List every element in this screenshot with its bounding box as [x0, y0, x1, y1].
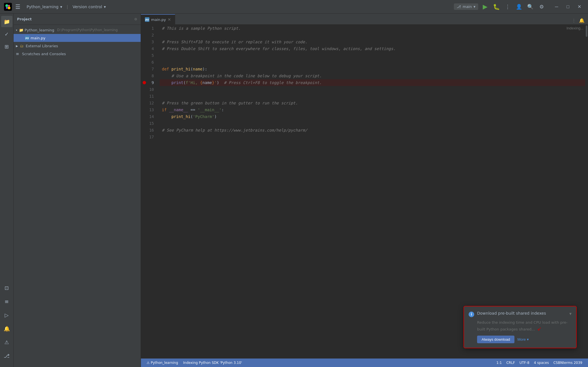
activity-commit[interactable]: ✓	[1, 28, 12, 40]
warning-icon: ⚠	[4, 339, 9, 345]
scratches-label: Scratches and Consoles	[22, 52, 66, 56]
minimize-button[interactable]: ─	[551, 1, 562, 12]
branch-selector[interactable]: ⎇ main ▾	[454, 3, 478, 10]
ln-17: 17	[141, 134, 157, 140]
sidebar-settings-icon[interactable]: ⚙	[134, 17, 137, 21]
activity-bar: 📁 ✓ ⊞ ⊡ ≡ ▷ 🔔 ⚠ ⎇	[0, 14, 14, 367]
status-spaces: 4 spaces	[534, 361, 549, 365]
main-layout: 📁 ✓ ⊞ ⊡ ≡ ▷ 🔔 ⚠ ⎇	[0, 14, 588, 367]
always-download-button[interactable]: Always download	[477, 336, 514, 343]
sidebar-title: Project	[17, 17, 134, 21]
tree-external-libs[interactable]: ▶ 🗂 External Libraries	[14, 42, 141, 50]
svg-rect-0	[4, 3, 12, 11]
run-button[interactable]: ▶	[480, 2, 490, 11]
root-folder-icon: 📁	[19, 28, 23, 32]
ln-7: 7	[141, 66, 157, 72]
sidebar-header: Project ⚙	[14, 14, 141, 25]
account-button[interactable]: 👤	[514, 2, 523, 11]
tab-bar: py main.py ✕ ⋮ 🔔	[141, 14, 588, 25]
branch-chevron: ▾	[473, 5, 475, 9]
scratches-icon: ≡	[16, 51, 19, 56]
code-line-9: print(f'Hi, {name}') # Press Ctrl+F8 to …	[160, 79, 585, 86]
ln-2: 2	[141, 32, 157, 38]
activity-project[interactable]: 📁	[1, 16, 12, 27]
more-chevron: ▾	[527, 337, 529, 342]
more-button[interactable]: More ▾	[517, 337, 529, 342]
more-actions-button[interactable]: ⋮	[503, 2, 512, 11]
project-chevron: ▾	[60, 5, 62, 9]
maximize-button[interactable]: □	[563, 1, 573, 12]
tab-label: main.py	[151, 18, 166, 22]
tab-close-button[interactable]: ✕	[168, 17, 171, 22]
status-indent[interactable]: 4 spaces	[532, 359, 551, 367]
tab-main-py[interactable]: py main.py ✕	[141, 14, 175, 24]
gutter	[157, 25, 160, 359]
debug-button[interactable]: 🐛	[492, 2, 501, 11]
status-branch-value: CSBNterms 2039	[553, 361, 582, 365]
bell-icon: 🔔	[4, 326, 10, 332]
activity-plugins[interactable]: ⊞	[1, 41, 12, 52]
code-line-2	[160, 32, 585, 38]
code-line-6	[160, 59, 585, 66]
activity-git[interactable]: ⎇	[1, 350, 12, 361]
activity-terminal[interactable]: ⊡	[1, 282, 12, 293]
status-right: 1:1 CRLF UTF-8 4 spaces CSBNterms 2039	[494, 359, 585, 367]
tree-root-folder[interactable]: ▾ 📁 Python_learning D:\Program\Python\Py…	[14, 26, 141, 34]
search-button[interactable]: 🔍	[526, 2, 535, 11]
project-name-label: Python_learning	[27, 5, 59, 9]
ln-14: 14	[141, 113, 157, 120]
hamburger-menu[interactable]: ☰	[15, 3, 20, 10]
notif-body: Reduce the indexing time and CPU load wi…	[477, 320, 572, 332]
vcs-menu[interactable]: Version control ▾	[70, 3, 108, 10]
scrollbar-thumb[interactable]	[586, 25, 587, 37]
status-position-value: 1:1	[496, 361, 502, 365]
status-encoding[interactable]: UTF-8	[517, 359, 532, 367]
code-line-17	[160, 134, 585, 140]
tab-bar-notifications-icon[interactable]: 🔔	[578, 16, 586, 24]
run-icon: ▷	[5, 312, 9, 318]
notif-header: i Download pre-built shared indexes ▾	[469, 311, 572, 317]
status-line-sep[interactable]: CRLF	[504, 359, 517, 367]
separator: |	[67, 5, 68, 9]
more-label: More	[517, 337, 526, 342]
ln-16: 16	[141, 127, 157, 134]
ext-libs-chevron: ▶	[16, 44, 18, 48]
svg-point-3	[8, 5, 10, 7]
titlebar: ☰ Python_learning ▾ | Version control ▾ …	[0, 0, 588, 14]
window-controls: ─ □ ✕	[551, 1, 585, 12]
status-project[interactable]: ⚠ Python_learning	[144, 359, 180, 367]
status-indexing: Indexing Python SDK 'Python 3.10'	[181, 359, 244, 367]
code-line-11	[160, 93, 585, 100]
activity-notifications[interactable]: 🔔	[1, 323, 12, 334]
activity-run[interactable]: ▷	[1, 309, 12, 321]
notif-arrow-icon: ↙	[537, 325, 542, 332]
settings-button[interactable]: ⚙	[537, 2, 546, 11]
notif-info-icon: i	[469, 312, 474, 317]
status-crlf: CRLF	[506, 361, 515, 365]
code-line-12: # Press the green button in the gutter t…	[160, 100, 585, 106]
ln-13: 13	[141, 106, 157, 113]
puzzle-icon: ⊞	[5, 44, 9, 50]
folder-icon: 📁	[4, 19, 10, 25]
code-line-5	[160, 52, 585, 59]
svg-point-4	[6, 7, 8, 9]
ln-15: 15	[141, 120, 157, 127]
status-position[interactable]: 1:1	[494, 359, 504, 367]
status-utf: UTF-8	[520, 361, 529, 365]
tab-bar-more-icon[interactable]: ⋮	[570, 16, 578, 24]
svg-point-1	[5, 4, 8, 7]
tree-file-main[interactable]: py main.py	[14, 34, 141, 42]
close-button[interactable]: ✕	[574, 1, 585, 12]
status-branch[interactable]: CSBNterms 2039	[551, 359, 585, 367]
ln-9: 9	[141, 79, 157, 86]
tree-scratches[interactable]: ≡ Scratches and Consoles	[14, 50, 141, 58]
ln-11: 11	[141, 93, 157, 100]
activity-problems[interactable]: ⚠	[1, 336, 12, 348]
ln-1: 1	[141, 25, 157, 32]
project-menu[interactable]: Python_learning ▾	[24, 3, 65, 10]
status-left: ⚠ Python_learning Indexing Python SDK 'P…	[144, 359, 244, 367]
activity-layers[interactable]: ≡	[1, 296, 12, 307]
notif-expand-icon[interactable]: ▾	[569, 311, 572, 316]
tab-bar-end: ⋮ 🔔	[570, 16, 588, 24]
vertical-scrollbar[interactable]	[585, 25, 588, 359]
